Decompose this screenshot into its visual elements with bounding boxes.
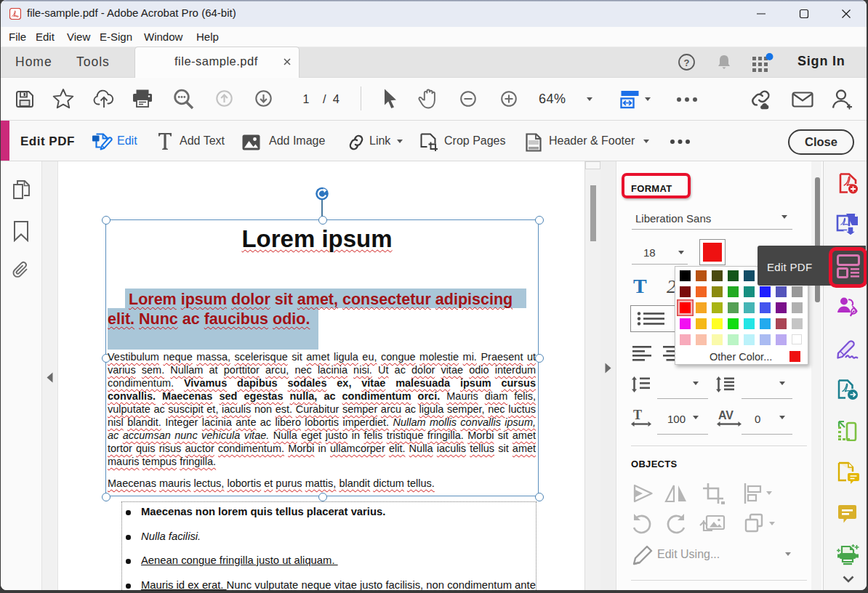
svg-text:?: ? [684,57,690,68]
svg-text:AV: AV [718,409,734,421]
svg-text:T: T [633,408,642,422]
